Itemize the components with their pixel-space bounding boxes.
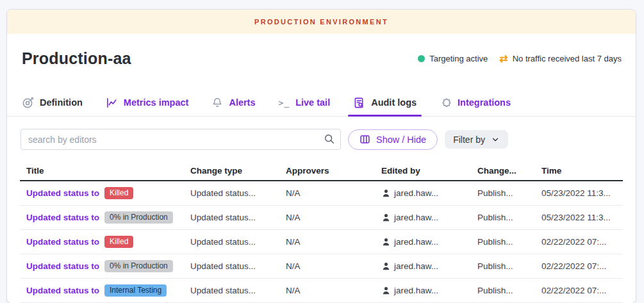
change-cell: Publish... [471,213,535,222]
tab-metrics-impact[interactable]: Metrics impact [106,89,189,116]
row-title-link[interactable]: Updated status to [26,261,99,271]
chevron-down-icon [491,135,500,144]
tab-bar: Definition Metrics impact Alerts >_ Li [7,89,636,117]
tab-alerts-label: Alerts [229,97,255,108]
tab-definition[interactable]: Definition [22,89,83,116]
time-cell: 02/22/2022 07:... [535,286,623,295]
table-row[interactable]: Updated status to 0% in Production Updat… [20,206,623,230]
audit-log-table: Title Change type Approvers Edited by Ch… [20,161,623,303]
edited-by-value: jared.haw... [394,213,438,222]
person-icon [381,286,391,295]
status-badge: 0% in Production [104,260,173,272]
table-row[interactable]: Updated status to 0% in Production Updat… [20,254,623,279]
search-icon [324,133,335,145]
time-cell: 02/22/2022 07:... [535,237,623,247]
edited-by-cell: jared.haw... [375,213,471,222]
column-header-approvers: Approvers [279,166,375,176]
edited-by-cell: jared.haw... [375,261,471,271]
status-badge: Killed [104,187,133,199]
production-environment-banner: PRODUCTION ENVIRONMENT [7,10,636,34]
environment-card: PRODUCTION ENVIRONMENT Production-aa Tar… [6,9,636,303]
column-header-title: Title [20,166,184,176]
status-badge: Internal Testing [104,284,167,297]
column-header-change-type: Change type [184,166,279,176]
approvers-cell: N/A [279,237,375,247]
edited-by-value: jared.haw... [394,261,438,271]
change-type-cell: Updated status... [184,261,279,271]
change-cell: Publish... [471,188,535,198]
change-cell: Publish... [471,261,535,271]
table-header-row: Title Change type Approvers Edited by Ch… [20,161,623,181]
status-indicators: Targeting active ⇄ No traffic received l… [418,54,622,64]
edited-by-value: jared.haw... [394,237,438,247]
change-type-cell: Updated status... [184,237,279,247]
time-cell: 05/23/2022 11:3... [535,213,623,222]
filter-by-label: Filter by [453,135,485,145]
bell-icon [211,97,223,109]
show-hide-button[interactable]: Show / Hide [348,129,438,150]
tab-live-tail[interactable]: >_ Live tail [279,89,331,116]
tab-live-tail-label: Live tail [295,97,330,108]
person-icon [381,213,391,222]
approvers-cell: N/A [279,286,375,295]
terminal-icon: >_ [279,98,290,108]
table-row[interactable]: Updated status to Killed Updated status.… [20,230,623,254]
change-cell: Publish... [471,286,535,295]
tab-metrics-impact-label: Metrics impact [124,97,189,108]
person-icon [381,188,391,198]
edited-by-cell: jared.haw... [375,286,471,295]
traffic-status-label: No traffic received last 7 days [513,54,622,63]
table-row[interactable]: Updated status to Internal Testing Updat… [20,279,623,303]
person-icon [381,261,391,271]
search-input[interactable] [21,129,341,150]
traffic-arrows-icon: ⇄ [499,54,508,64]
tab-audit-logs[interactable]: Audit logs [353,89,417,116]
change-type-cell: Updated status... [184,286,279,295]
edited-by-value: jared.haw... [394,188,438,198]
approvers-cell: N/A [279,213,375,222]
show-hide-label: Show / Hide [376,135,426,145]
page-title: Production-aa [22,49,131,68]
row-title-link[interactable]: Updated status to [26,237,99,247]
row-title-link[interactable]: Updated status to [26,286,99,295]
filter-by-button[interactable]: Filter by [445,130,508,149]
column-header-time: Time [535,166,623,176]
change-cell: Publish... [471,237,535,247]
column-header-edited-by: Edited by [375,166,471,176]
tab-alerts[interactable]: Alerts [211,89,255,116]
edited-by-cell: jared.haw... [375,188,471,198]
status-badge: Killed [104,236,133,248]
column-header-change: Change... [471,166,535,176]
search-box [21,129,341,150]
approvers-cell: N/A [279,261,375,271]
time-cell: 05/23/2022 11:3... [535,188,623,198]
green-dot-icon [418,55,425,62]
page-header: Production-aa Targeting active ⇄ No traf… [7,34,636,89]
audit-log-icon [353,97,365,109]
toolbar: Show / Hide Filter by [7,117,636,161]
table-row[interactable]: Updated status to Killed Updated status.… [20,181,623,206]
puzzle-icon [440,97,452,109]
targeting-status-label: Targeting active [429,54,488,63]
row-title-link[interactable]: Updated status to [26,213,99,222]
tab-definition-label: Definition [40,97,83,108]
edited-by-value: jared.haw... [394,286,438,295]
row-title-link[interactable]: Updated status to [26,188,99,198]
tab-integrations[interactable]: Integrations [440,89,511,116]
line-chart-icon [106,97,118,109]
tab-integrations-label: Integrations [458,97,511,108]
change-type-cell: Updated status... [184,213,279,222]
target-edit-icon [22,97,34,109]
banner-label: PRODUCTION ENVIRONMENT [254,18,388,26]
traffic-status: ⇄ No traffic received last 7 days [499,54,622,64]
tab-audit-logs-label: Audit logs [371,97,417,108]
targeting-status: Targeting active [418,54,488,63]
approvers-cell: N/A [279,188,375,198]
time-cell: 02/22/2022 07:... [535,261,623,271]
columns-icon [359,134,370,145]
status-badge: 0% in Production [104,211,173,224]
edited-by-cell: jared.haw... [375,237,471,247]
change-type-cell: Updated status... [184,188,279,198]
person-icon [381,237,391,247]
